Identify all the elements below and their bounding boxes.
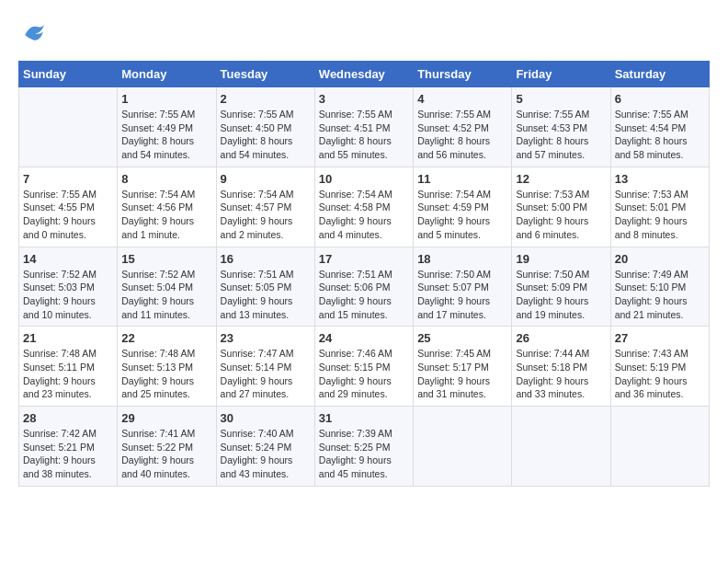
logo (18, 18, 55, 52)
daylight-text: Daylight: 8 hours and 54 minutes. (221, 134, 311, 161)
sunset-text: Sunset: 4:49 PM (121, 121, 211, 135)
calendar-cell: 28Sunrise: 7:42 AMSunset: 5:21 PMDayligh… (19, 407, 118, 487)
day-info: Sunrise: 7:48 AMSunset: 5:11 PMDaylight:… (23, 347, 113, 401)
sunset-text: Sunset: 5:24 PM (221, 441, 311, 454)
calendar-cell: 19Sunrise: 7:50 AMSunset: 5:09 PMDayligh… (512, 247, 610, 327)
day-number: 28 (23, 411, 113, 425)
day-info: Sunrise: 7:54 AMSunset: 4:59 PMDaylight:… (417, 188, 507, 242)
day-info: Sunrise: 7:46 AMSunset: 5:15 PMDaylight:… (319, 347, 409, 401)
day-info: Sunrise: 7:40 AMSunset: 5:24 PMDaylight:… (221, 427, 311, 481)
calendar-cell: 1Sunrise: 7:55 AMSunset: 4:49 PMDaylight… (118, 87, 216, 167)
day-number: 29 (121, 411, 211, 425)
sunrise-text: Sunrise: 7:42 AM (23, 427, 113, 441)
sunset-text: Sunset: 4:55 PM (23, 201, 113, 214)
calendar-cell: 5Sunrise: 7:55 AMSunset: 4:53 PMDaylight… (512, 87, 610, 167)
daylight-text: Daylight: 8 hours and 57 minutes. (516, 134, 606, 161)
weekday-header-friday: Friday (512, 62, 610, 87)
weekday-header-tuesday: Tuesday (216, 62, 314, 87)
calendar-cell: 23Sunrise: 7:47 AMSunset: 5:14 PMDayligh… (216, 327, 314, 407)
day-number: 31 (319, 411, 409, 425)
weekday-header-monday: Monday (118, 62, 216, 87)
day-info: Sunrise: 7:53 AMSunset: 5:00 PMDaylight:… (516, 188, 606, 242)
sunset-text: Sunset: 5:25 PM (319, 441, 409, 454)
weekday-header-saturday: Saturday (610, 62, 709, 87)
day-number: 7 (23, 172, 113, 186)
calendar-cell: 6Sunrise: 7:55 AMSunset: 4:54 PMDaylight… (610, 87, 709, 167)
daylight-text: Daylight: 9 hours and 23 minutes. (23, 374, 113, 401)
sunrise-text: Sunrise: 7:55 AM (615, 108, 705, 121)
calendar-cell: 2Sunrise: 7:55 AMSunset: 4:50 PMDaylight… (216, 87, 314, 167)
day-number: 23 (221, 331, 311, 345)
calendar-cell: 10Sunrise: 7:54 AMSunset: 4:58 PMDayligh… (314, 167, 413, 247)
calendar-week-row-3: 14Sunrise: 7:52 AMSunset: 5:03 PMDayligh… (19, 247, 710, 327)
day-info: Sunrise: 7:50 AMSunset: 5:09 PMDaylight:… (516, 268, 606, 322)
sunrise-text: Sunrise: 7:43 AM (615, 347, 705, 361)
sunrise-text: Sunrise: 7:52 AM (23, 268, 113, 282)
day-number: 30 (221, 411, 311, 425)
day-info: Sunrise: 7:55 AMSunset: 4:51 PMDaylight:… (319, 108, 409, 162)
sunset-text: Sunset: 5:13 PM (121, 361, 211, 374)
day-number: 9 (221, 172, 311, 186)
calendar-cell: 11Sunrise: 7:54 AMSunset: 4:59 PMDayligh… (414, 167, 512, 247)
day-number: 18 (417, 252, 507, 266)
day-info: Sunrise: 7:55 AMSunset: 4:54 PMDaylight:… (615, 108, 705, 162)
day-info: Sunrise: 7:55 AMSunset: 4:53 PMDaylight:… (516, 108, 606, 162)
daylight-text: Daylight: 9 hours and 17 minutes. (417, 294, 507, 321)
sunrise-text: Sunrise: 7:55 AM (23, 188, 113, 201)
sunrise-text: Sunrise: 7:47 AM (221, 347, 311, 361)
calendar-cell: 29Sunrise: 7:41 AMSunset: 5:22 PMDayligh… (118, 407, 216, 487)
sunset-text: Sunset: 4:58 PM (319, 201, 409, 214)
calendar-week-row-5: 28Sunrise: 7:42 AMSunset: 5:21 PMDayligh… (19, 407, 710, 487)
daylight-text: Daylight: 9 hours and 15 minutes. (319, 294, 409, 321)
calendar-table: SundayMondayTuesdayWednesdayThursdayFrid… (18, 61, 710, 487)
sunrise-text: Sunrise: 7:54 AM (319, 188, 409, 201)
sunrise-text: Sunrise: 7:55 AM (121, 108, 211, 121)
day-info: Sunrise: 7:39 AMSunset: 5:25 PMDaylight:… (319, 427, 409, 481)
daylight-text: Daylight: 9 hours and 5 minutes. (417, 214, 507, 241)
day-info: Sunrise: 7:45 AMSunset: 5:17 PMDaylight:… (417, 347, 507, 401)
day-info: Sunrise: 7:54 AMSunset: 4:58 PMDaylight:… (319, 188, 409, 242)
day-number: 13 (615, 172, 705, 186)
calendar-week-row-1: 1Sunrise: 7:55 AMSunset: 4:49 PMDaylight… (19, 87, 710, 167)
sunset-text: Sunset: 5:14 PM (221, 361, 311, 374)
sunset-text: Sunset: 4:53 PM (516, 121, 606, 135)
day-number: 16 (221, 252, 311, 266)
daylight-text: Daylight: 9 hours and 13 minutes. (221, 294, 311, 321)
day-number: 19 (516, 252, 606, 266)
sunset-text: Sunset: 5:15 PM (319, 361, 409, 374)
day-info: Sunrise: 7:47 AMSunset: 5:14 PMDaylight:… (221, 347, 311, 401)
sunset-text: Sunset: 5:05 PM (221, 281, 311, 294)
daylight-text: Daylight: 9 hours and 8 minutes. (615, 214, 705, 241)
daylight-text: Daylight: 9 hours and 27 minutes. (221, 374, 311, 401)
day-number: 5 (516, 92, 606, 106)
calendar-cell: 31Sunrise: 7:39 AMSunset: 5:25 PMDayligh… (314, 407, 413, 487)
day-number: 20 (615, 252, 705, 266)
day-info: Sunrise: 7:42 AMSunset: 5:21 PMDaylight:… (23, 427, 113, 481)
calendar-cell: 30Sunrise: 7:40 AMSunset: 5:24 PMDayligh… (216, 407, 314, 487)
sunset-text: Sunset: 5:10 PM (615, 281, 705, 294)
calendar-cell (512, 407, 610, 487)
calendar-cell: 24Sunrise: 7:46 AMSunset: 5:15 PMDayligh… (314, 327, 413, 407)
calendar-cell: 7Sunrise: 7:55 AMSunset: 4:55 PMDaylight… (19, 167, 118, 247)
day-number: 3 (319, 92, 409, 106)
daylight-text: Daylight: 9 hours and 33 minutes. (516, 374, 606, 401)
sunset-text: Sunset: 5:21 PM (23, 441, 113, 454)
sunset-text: Sunset: 5:17 PM (417, 361, 507, 374)
sunset-text: Sunset: 4:57 PM (221, 201, 311, 214)
calendar-cell: 21Sunrise: 7:48 AMSunset: 5:11 PMDayligh… (19, 327, 118, 407)
sunset-text: Sunset: 5:00 PM (516, 201, 606, 214)
day-number: 11 (417, 172, 507, 186)
day-number: 22 (121, 331, 211, 345)
daylight-text: Daylight: 9 hours and 19 minutes. (516, 294, 606, 321)
daylight-text: Daylight: 9 hours and 25 minutes. (121, 374, 211, 401)
day-info: Sunrise: 7:41 AMSunset: 5:22 PMDaylight:… (121, 427, 211, 481)
sunrise-text: Sunrise: 7:50 AM (417, 268, 507, 282)
daylight-text: Daylight: 9 hours and 2 minutes. (221, 214, 311, 241)
daylight-text: Daylight: 9 hours and 11 minutes. (121, 294, 211, 321)
sunrise-text: Sunrise: 7:55 AM (516, 108, 606, 121)
day-info: Sunrise: 7:55 AMSunset: 4:55 PMDaylight:… (23, 188, 113, 242)
calendar-week-row-4: 21Sunrise: 7:48 AMSunset: 5:11 PMDayligh… (19, 327, 710, 407)
sunrise-text: Sunrise: 7:50 AM (516, 268, 606, 282)
sunrise-text: Sunrise: 7:51 AM (221, 268, 311, 282)
day-info: Sunrise: 7:52 AMSunset: 5:03 PMDaylight:… (23, 268, 113, 322)
